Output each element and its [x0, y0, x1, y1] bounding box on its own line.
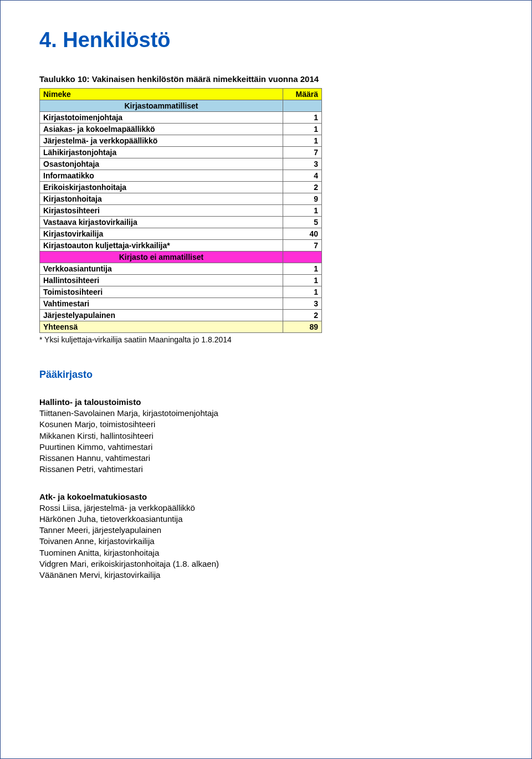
person-line: Väänänen Mervi, kirjastovirkailija — [39, 570, 493, 581]
table-cell-label: Hallintosihteeri — [40, 275, 283, 286]
group-heading: Hallinto- ja taloustoimisto — [39, 397, 493, 407]
table-cell-value: 9 — [283, 193, 322, 205]
table-row: Yhteensä89 — [40, 321, 322, 333]
staff-table: NimekeMääräKirjastoammatillisetKirjastot… — [39, 88, 322, 333]
table-cell-label: Osastonjohtaja — [40, 158, 283, 170]
table-cell-value: 2 — [283, 310, 322, 321]
table-cell-label: Asiakas- ja kokoelmapäällikkö — [40, 124, 283, 135]
table-cell-label: Kirjastovirkailija — [40, 228, 283, 240]
table-cell-value: 1 — [283, 205, 322, 217]
table-cell-label: Lähikirjastonjohtaja — [40, 147, 283, 158]
document-page: 4. Henkilöstö Taulukko 10: Vakinaisen he… — [0, 0, 532, 759]
staff-groups: Hallinto- ja taloustoimistoTiittanen-Sav… — [39, 397, 493, 581]
table-row: Kirjastoauton kuljettaja-virkkailija*7 — [40, 240, 322, 252]
table-row: Kirjastovirkailija40 — [40, 228, 322, 240]
person-line: Tuominen Anitta, kirjastonhoitaja — [39, 547, 493, 558]
table-row: Osastonjohtaja3 — [40, 158, 322, 170]
person-line: Puurtinen Kimmo, vahtimestari — [39, 442, 493, 453]
person-line: Vidgren Mari, erikoiskirjastonhoitaja (1… — [39, 558, 493, 570]
table-cell-value: 3 — [283, 298, 322, 310]
table-row: Järjestelmä- ja verkkopäällikkö1 — [40, 135, 322, 147]
table-cell-value: 2 — [283, 182, 322, 193]
table-cell-label: Vastaava kirjastovirkailija — [40, 217, 283, 228]
table-row: Vastaava kirjastovirkailija5 — [40, 217, 322, 228]
person-line: Rissanen Hannu, vahtimestari — [39, 453, 493, 464]
table-cell-label: Verkkoasiantuntija — [40, 263, 283, 275]
table-cell-value: 1 — [283, 135, 322, 147]
table-row: Vahtimestari3 — [40, 298, 322, 310]
table-cell-label: Kirjastosihteeri — [40, 205, 283, 217]
table-cell-label: Vahtimestari — [40, 298, 283, 310]
table-cell-value: 1 — [283, 124, 322, 135]
person-line: Härkönen Juha, tietoverkkoasiantuntija — [39, 514, 493, 525]
table-row: Järjestelyapulainen2 — [40, 310, 322, 321]
subsection-heading: Pääkirjasto — [39, 369, 493, 381]
table-cell-value: 4 — [283, 170, 322, 182]
table-cell-value: 1 — [283, 275, 322, 286]
table-row: Asiakas- ja kokoelmapäällikkö1 — [40, 124, 322, 135]
table-cell-value: 1 — [283, 286, 322, 298]
table-cell-value — [283, 252, 322, 263]
table-row: Hallintosihteeri1 — [40, 275, 322, 286]
person-line: Toivanen Anne, kirjastovirkailija — [39, 536, 493, 547]
table-cell-label: Kirjasto ei ammatilliset — [40, 252, 283, 263]
table-cell-label: Järjestelmä- ja verkkopäällikkö — [40, 135, 283, 147]
table-cell-value — [283, 100, 322, 112]
table-row: Kirjasto ei ammatilliset — [40, 252, 322, 263]
table-cell-label: Kirjastoammatilliset — [40, 100, 283, 112]
table-cell-label: Erikoiskirjastonhoitaja — [40, 182, 283, 193]
table-cell-label: Kirjastonhoitaja — [40, 193, 283, 205]
table-cell-label: Yhteensä — [40, 321, 283, 333]
table-cell-value: 3 — [283, 158, 322, 170]
person-line: Mikkanen Kirsti, hallintosihteeri — [39, 430, 493, 442]
table-row: Erikoiskirjastonhoitaja2 — [40, 182, 322, 193]
table-cell-label: Toimistosihteeri — [40, 286, 283, 298]
person-line: Tanner Meeri, järjestelyapulainen — [39, 525, 493, 536]
table-cell-label: Järjestelyapulainen — [40, 310, 283, 321]
person-line: Rossi Liisa, järjestelmä- ja verkkopääll… — [39, 502, 493, 514]
table-cell-value: 7 — [283, 147, 322, 158]
table-cell-value: 89 — [283, 321, 322, 333]
table-cell-value: 7 — [283, 240, 322, 252]
table-cell-label: Kirjastoauton kuljettaja-virkkailija* — [40, 240, 283, 252]
table-row: Kirjastotoimenjohtaja1 — [40, 112, 322, 124]
person-line: Rissanen Petri, vahtimestari — [39, 464, 493, 475]
table-cell-label: Kirjastotoimenjohtaja — [40, 112, 283, 124]
table-row: NimekeMäärä — [40, 89, 322, 100]
table-row: Kirjastosihteeri1 — [40, 205, 322, 217]
table-cell-value: 1 — [283, 263, 322, 275]
page-title: 4. Henkilöstö — [39, 28, 493, 52]
table-cell-value: Määrä — [283, 89, 322, 100]
table-caption: Taulukko 10: Vakinaisen henkilöstön määr… — [39, 74, 493, 84]
table-cell-label: Informaatikko — [40, 170, 283, 182]
table-row: Toimistosihteeri1 — [40, 286, 322, 298]
table-row: Informaatikko4 — [40, 170, 322, 182]
table-row: Lähikirjastonjohtaja7 — [40, 147, 322, 158]
table-cell-value: 40 — [283, 228, 322, 240]
table-row: Kirjastonhoitaja9 — [40, 193, 322, 205]
person-line: Tiittanen-Savolainen Marja, kirjastotoim… — [39, 408, 493, 419]
table-cell-label: Nimeke — [40, 89, 283, 100]
person-line: Kosunen Marjo, toimistosihteeri — [39, 419, 493, 430]
table-row: Verkkoasiantuntija1 — [40, 263, 322, 275]
table-cell-value: 1 — [283, 112, 322, 124]
table-cell-value: 5 — [283, 217, 322, 228]
group-heading: Atk- ja kokoelmatukiosasto — [39, 492, 493, 501]
table-footnote: * Yksi kuljettaja-virkailija saatiin Maa… — [39, 335, 493, 344]
table-row: Kirjastoammatilliset — [40, 100, 322, 112]
